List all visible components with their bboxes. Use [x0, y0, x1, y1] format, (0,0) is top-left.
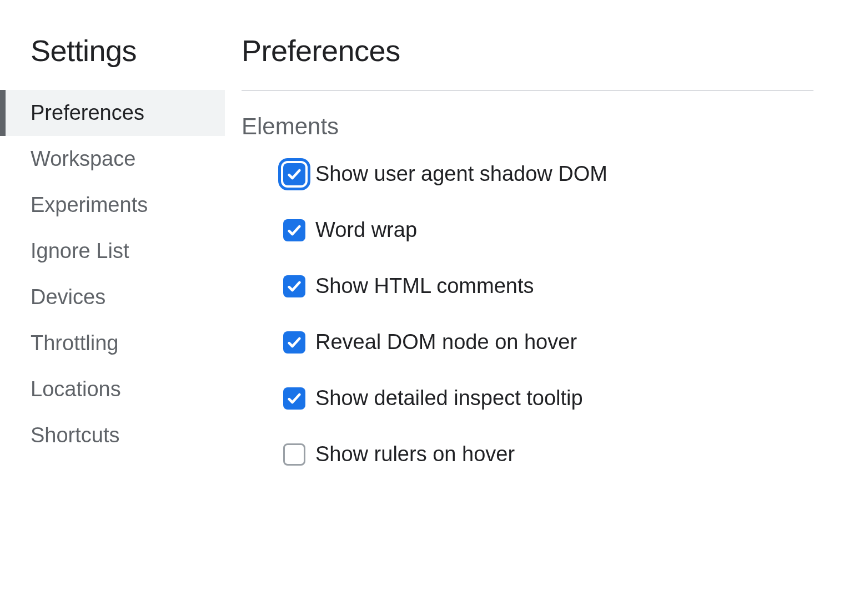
option-row[interactable]: Word wrap: [283, 218, 813, 242]
divider: [242, 90, 813, 91]
option-label: Word wrap: [315, 218, 417, 242]
option-label: Show rulers on hover: [315, 442, 515, 466]
sidebar-item-label: Locations: [31, 377, 121, 401]
main-panel: Preferences Elements Show user agent sha…: [225, 0, 844, 616]
sidebar-title: Settings: [0, 33, 225, 90]
checkbox[interactable]: [283, 331, 305, 354]
checkbox[interactable]: [283, 443, 305, 466]
option-label: Reveal DOM node on hover: [315, 330, 577, 354]
option-row[interactable]: Show detailed inspect tooltip: [283, 386, 813, 410]
sidebar-item-label: Preferences: [31, 101, 144, 124]
sidebar-nav: PreferencesWorkspaceExperimentsIgnore Li…: [0, 90, 225, 458]
section-title-elements: Elements: [242, 113, 813, 140]
sidebar-item-workspace[interactable]: Workspace: [0, 136, 225, 182]
sidebar-item-label: Devices: [31, 285, 105, 309]
checkbox[interactable]: [283, 219, 305, 241]
checkbox[interactable]: [283, 275, 305, 297]
option-label: Show user agent shadow DOM: [315, 162, 607, 186]
checkbox[interactable]: [283, 387, 305, 410]
checkbox[interactable]: [283, 163, 305, 185]
sidebar-item-label: Workspace: [31, 147, 135, 170]
option-row[interactable]: Show rulers on hover: [283, 442, 813, 466]
page-title: Preferences: [242, 33, 813, 90]
sidebar-item-shortcuts[interactable]: Shortcuts: [0, 412, 225, 458]
sidebar-item-devices[interactable]: Devices: [0, 274, 225, 320]
option-row[interactable]: Show HTML comments: [283, 274, 813, 298]
sidebar-item-throttling[interactable]: Throttling: [0, 320, 225, 366]
option-row[interactable]: Show user agent shadow DOM: [283, 162, 813, 186]
sidebar-item-label: Ignore List: [31, 239, 129, 262]
sidebar-item-label: Throttling: [31, 331, 118, 355]
option-label: Show detailed inspect tooltip: [315, 386, 583, 410]
sidebar-item-locations[interactable]: Locations: [0, 366, 225, 412]
sidebar: Settings PreferencesWorkspaceExperiments…: [0, 0, 225, 616]
options-list: Show user agent shadow DOMWord wrapShow …: [242, 162, 813, 466]
sidebar-item-preferences[interactable]: Preferences: [0, 90, 225, 136]
sidebar-item-label: Shortcuts: [31, 423, 120, 447]
sidebar-item-label: Experiments: [31, 193, 148, 216]
option-row[interactable]: Reveal DOM node on hover: [283, 330, 813, 354]
option-label: Show HTML comments: [315, 274, 534, 298]
sidebar-item-ignore-list[interactable]: Ignore List: [0, 228, 225, 274]
sidebar-item-experiments[interactable]: Experiments: [0, 182, 225, 228]
